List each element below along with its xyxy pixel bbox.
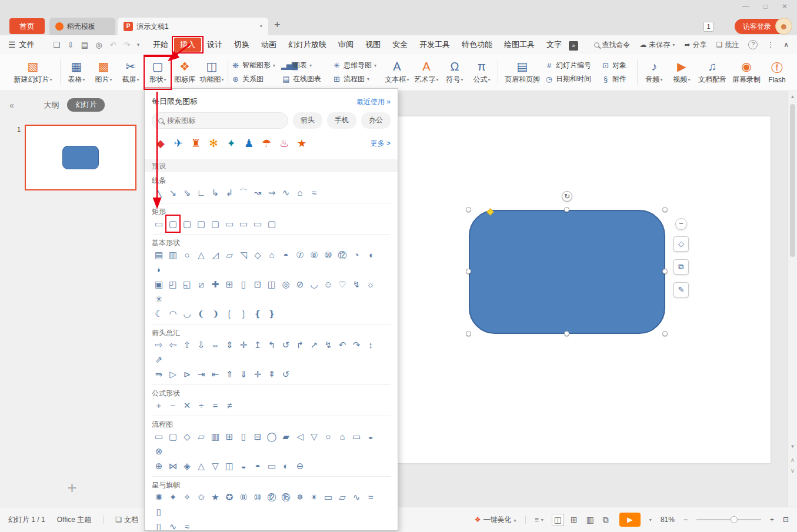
resize-handle-e[interactable] xyxy=(662,269,668,274)
shape-icon[interactable]: ▭ xyxy=(349,429,364,444)
new-tab-button[interactable]: + xyxy=(274,19,281,31)
tab-slides[interactable]: 幻灯片 xyxy=(67,98,105,112)
shape-icon[interactable]: ✴ xyxy=(307,490,321,504)
menu-item[interactable]: 文字 xyxy=(541,38,568,52)
shape-icon[interactable]: ⊖ xyxy=(293,459,307,473)
shape-icon[interactable]: ▷ xyxy=(166,367,180,382)
shape-icon[interactable]: ✵ xyxy=(293,490,307,504)
shape-icon[interactable]: ⑩ xyxy=(321,247,335,262)
shape-icon[interactable]: ▭ xyxy=(251,216,265,231)
shape-icon[interactable]: ▭ xyxy=(265,459,279,473)
shape-icon[interactable]: ▭ xyxy=(321,490,335,504)
one-click-beautify-button[interactable]: ❖ 一键美化 ▴ xyxy=(475,515,516,525)
shape-icon[interactable]: ≈ xyxy=(307,185,321,200)
shape-icon[interactable]: ☼ xyxy=(364,277,378,292)
shape-icon[interactable]: ⇗ xyxy=(152,352,166,367)
resize-handle-sw[interactable] xyxy=(466,331,471,336)
ribbon-small-button[interactable]: ⊞流程图▾ xyxy=(332,74,382,84)
icon-search-input[interactable] xyxy=(167,116,282,125)
shape-icon[interactable]: ↗ xyxy=(307,337,321,352)
ribbon-small-button[interactable]: ⊡对象 xyxy=(601,61,635,71)
shape-icon[interactable]: ○ xyxy=(180,247,194,262)
shape-icon[interactable]: ✳ xyxy=(152,292,166,306)
shape-icon[interactable]: ◱ xyxy=(180,277,194,292)
shape-icon[interactable]: ⇓ xyxy=(236,367,251,382)
shape-icon[interactable]: ⇘ xyxy=(180,185,194,200)
theme-name[interactable]: Office 主题 xyxy=(57,515,91,525)
shape-icon[interactable]: ▽ xyxy=(208,459,222,473)
home-tab-button[interactable]: 首页 xyxy=(9,18,45,34)
scroll-down-arrow[interactable]: ▼ xyxy=(788,444,797,449)
shape-icon[interactable]: ◐ xyxy=(279,459,293,473)
normal-view-icon[interactable]: ◫ xyxy=(552,514,563,526)
shape-icon[interactable]: ▢ xyxy=(166,429,180,444)
shape-icon[interactable]: ⊗ xyxy=(152,444,166,459)
shape-icon[interactable]: ◡ xyxy=(180,306,194,321)
ribbon-small-button[interactable]: ✳思维导图▾ xyxy=(332,61,382,71)
notes-button[interactable]: ≡ ▾ xyxy=(535,516,543,524)
docer-template-tab[interactable]: 稻壳模板 xyxy=(49,18,115,35)
search-tag-button[interactable]: 箭头 xyxy=(293,112,322,129)
ribbon-small-button[interactable]: #幻灯片编号 xyxy=(544,61,601,71)
shape-icon[interactable]: ◠ xyxy=(166,306,180,321)
ribbon-button[interactable]: ▧ 新建幻灯片▾ xyxy=(8,55,58,89)
save-status-button[interactable]: ☁ 未保存 ▾ xyxy=(639,40,675,50)
shape-icon[interactable]: ☺ xyxy=(321,277,335,292)
menu-item[interactable]: 开发工具 xyxy=(413,38,456,52)
shape-icon[interactable]: ▯ xyxy=(152,504,166,519)
shape-icon[interactable]: ▱ xyxy=(335,490,349,504)
shape-icon[interactable]: ✛ xyxy=(236,337,251,352)
shape-icon[interactable]: ★ xyxy=(208,490,222,504)
shape-icon[interactable]: ÷ xyxy=(194,398,208,413)
more-menu-button[interactable]: ⋮ xyxy=(767,41,774,49)
ribbon-small-button[interactable]: ▤在线图表 xyxy=(281,74,332,84)
ribbon-button[interactable]: ▩ 图片▾ xyxy=(90,55,117,89)
shape-icon[interactable]: ◈ xyxy=(180,459,194,473)
free-icon-1[interactable]: ◆ xyxy=(152,137,169,150)
shape-icon[interactable]: ↷ xyxy=(349,337,364,352)
shape-icon[interactable]: ◿ xyxy=(208,247,222,262)
free-icon-6[interactable]: ♟ xyxy=(240,137,258,150)
shape-icon[interactable]: ⊕ xyxy=(152,459,166,473)
shape-icon[interactable]: ⑯ xyxy=(279,490,293,504)
next-slide-button[interactable]: ∨ xyxy=(788,467,797,474)
menu-item[interactable]: 切换 xyxy=(228,38,255,52)
shape-icon[interactable]: △ xyxy=(194,247,208,262)
shape-icon[interactable]: = xyxy=(208,398,222,413)
collapse-panel-button[interactable]: « xyxy=(9,101,14,110)
shape-icon[interactable]: − xyxy=(166,398,180,413)
shape-icon[interactable]: ↲ xyxy=(222,185,236,200)
shape-icon[interactable]: ▥ xyxy=(208,429,222,444)
shape-icon[interactable]: ◇ xyxy=(180,429,194,444)
shape-icon[interactable]: ▭ xyxy=(236,216,251,231)
menu-item[interactable]: 审阅 xyxy=(332,38,359,52)
play-options-caret[interactable]: ▾ xyxy=(649,517,652,523)
shape-icon[interactable]: ↯ xyxy=(349,277,364,292)
shape-icon[interactable]: ▢ xyxy=(194,216,208,231)
shape-icon[interactable]: ↺ xyxy=(279,337,293,352)
shape-icon[interactable]: ⇝ xyxy=(265,185,279,200)
shape-icon[interactable]: ▭ xyxy=(222,216,236,231)
close-button[interactable]: ✕ xyxy=(782,2,788,11)
shape-icon[interactable]: ○ xyxy=(321,429,335,444)
shape-icon[interactable]: ⇔ xyxy=(208,337,222,352)
menu-overflow-badge[interactable]: » xyxy=(569,41,578,51)
shape-icon[interactable]: ◒ xyxy=(236,459,251,473)
shape-icon[interactable]: ✪ xyxy=(222,490,236,504)
shape-icon[interactable]: ▥ xyxy=(166,247,180,262)
rotate-handle[interactable]: ↻ xyxy=(562,191,572,202)
more-icons-link[interactable]: 更多 > xyxy=(371,139,391,149)
document-count-badge[interactable]: 1 xyxy=(703,22,713,32)
collapse-ribbon-button[interactable]: ∧ xyxy=(783,41,789,49)
shape-icon[interactable]: ↥ xyxy=(251,337,265,352)
ribbon-button[interactable]: ▤ 页眉和页脚 xyxy=(501,55,544,89)
shape-icon[interactable]: ⑧ xyxy=(307,247,321,262)
shape-icon[interactable]: ✛ xyxy=(251,367,265,382)
shape-icon[interactable]: ❲ xyxy=(222,306,236,321)
shape-icon[interactable]: + xyxy=(152,398,166,413)
shape-icon[interactable]: ▯ xyxy=(236,277,251,292)
zoom-in-button[interactable]: + xyxy=(770,516,774,524)
document-tab[interactable]: P 演示文稿1 • xyxy=(118,18,268,35)
maximize-button[interactable]: □ xyxy=(763,2,768,11)
print-icon[interactable]: ▤ xyxy=(78,41,92,49)
